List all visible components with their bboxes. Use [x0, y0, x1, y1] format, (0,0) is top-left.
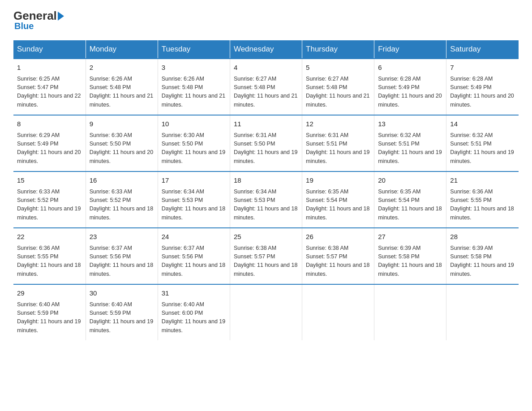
calendar-cell: 10 Sunrise: 6:30 AMSunset: 5:50 PMDaylig…: [158, 115, 230, 171]
day-info: Sunrise: 6:27 AMSunset: 5:48 PMDaylight:…: [234, 75, 298, 110]
calendar-cell: 4 Sunrise: 6:27 AMSunset: 5:48 PMDayligh…: [230, 59, 302, 115]
day-number: 15: [17, 176, 82, 186]
day-info: Sunrise: 6:35 AMSunset: 5:54 PMDaylight:…: [306, 188, 370, 223]
day-info: Sunrise: 6:34 AMSunset: 5:53 PMDaylight:…: [234, 188, 298, 223]
day-number: 3: [162, 63, 226, 73]
day-number: 23: [90, 232, 154, 242]
day-number: 10: [162, 119, 226, 129]
calendar-cell: 23 Sunrise: 6:37 AMSunset: 5:56 PMDaylig…: [86, 228, 158, 284]
day-number: 29: [17, 288, 82, 299]
day-header-wednesday: Wednesday: [230, 40, 302, 59]
day-header-saturday: Saturday: [446, 40, 519, 59]
day-info: Sunrise: 6:34 AMSunset: 5:53 PMDaylight:…: [162, 188, 226, 223]
calendar-cell: [374, 284, 446, 340]
day-number: 22: [17, 232, 82, 242]
day-header-tuesday: Tuesday: [158, 40, 230, 59]
day-number: 8: [17, 119, 82, 129]
day-info: Sunrise: 6:31 AMSunset: 5:50 PMDaylight:…: [234, 131, 298, 166]
logo: General Blue: [13, 9, 65, 31]
day-number: 17: [162, 176, 226, 186]
day-info: Sunrise: 6:40 AMSunset: 5:59 PMDaylight:…: [90, 300, 154, 335]
calendar-cell: 2 Sunrise: 6:26 AMSunset: 5:48 PMDayligh…: [86, 59, 158, 115]
calendar-cell: 16 Sunrise: 6:33 AMSunset: 5:52 PMDaylig…: [86, 171, 158, 228]
day-number: 13: [378, 119, 442, 129]
calendar-cell: [446, 284, 519, 340]
calendar-cell: 20 Sunrise: 6:35 AMSunset: 5:54 PMDaylig…: [374, 171, 446, 228]
day-number: 5: [306, 63, 370, 73]
day-number: 18: [234, 176, 298, 186]
day-number: 14: [450, 119, 515, 129]
day-header-sunday: Sunday: [13, 40, 86, 59]
day-info: Sunrise: 6:39 AMSunset: 5:58 PMDaylight:…: [378, 244, 442, 279]
day-info: Sunrise: 6:37 AMSunset: 5:56 PMDaylight:…: [162, 244, 226, 279]
day-info: Sunrise: 6:33 AMSunset: 5:52 PMDaylight:…: [17, 188, 82, 223]
day-number: 12: [306, 119, 370, 129]
day-info: Sunrise: 6:26 AMSunset: 5:48 PMDaylight:…: [90, 75, 154, 110]
calendar-cell: [230, 284, 302, 340]
day-info: Sunrise: 6:25 AMSunset: 5:47 PMDaylight:…: [17, 75, 82, 110]
calendar-cell: 18 Sunrise: 6:34 AMSunset: 5:53 PMDaylig…: [230, 171, 302, 228]
day-number: 19: [306, 176, 370, 186]
day-number: 25: [234, 232, 298, 242]
day-number: 30: [90, 288, 154, 299]
day-header-monday: Monday: [86, 40, 158, 59]
calendar-cell: 3 Sunrise: 6:26 AMSunset: 5:48 PMDayligh…: [158, 59, 230, 115]
day-header-friday: Friday: [374, 40, 446, 59]
calendar-cell: 1 Sunrise: 6:25 AMSunset: 5:47 PMDayligh…: [13, 59, 86, 115]
calendar-cell: 11 Sunrise: 6:31 AMSunset: 5:50 PMDaylig…: [230, 115, 302, 171]
calendar-cell: 30 Sunrise: 6:40 AMSunset: 5:59 PMDaylig…: [86, 284, 158, 340]
week-row-4: 22 Sunrise: 6:36 AMSunset: 5:55 PMDaylig…: [13, 228, 519, 284]
day-info: Sunrise: 6:30 AMSunset: 5:50 PMDaylight:…: [90, 131, 154, 166]
day-info: Sunrise: 6:29 AMSunset: 5:49 PMDaylight:…: [17, 131, 82, 166]
day-number: 21: [450, 176, 515, 186]
day-number: 20: [378, 176, 442, 186]
day-info: Sunrise: 6:37 AMSunset: 5:56 PMDaylight:…: [90, 244, 154, 279]
day-number: 7: [450, 63, 515, 73]
logo-arrow-icon: [58, 12, 64, 21]
day-number: 4: [234, 63, 298, 73]
calendar-cell: 31 Sunrise: 6:40 AMSunset: 6:00 PMDaylig…: [158, 284, 230, 340]
week-row-3: 15 Sunrise: 6:33 AMSunset: 5:52 PMDaylig…: [13, 171, 519, 228]
day-number: 11: [234, 119, 298, 129]
day-info: Sunrise: 6:28 AMSunset: 5:49 PMDaylight:…: [450, 75, 515, 110]
calendar-cell: 7 Sunrise: 6:28 AMSunset: 5:49 PMDayligh…: [446, 59, 519, 115]
days-header-row: SundayMondayTuesdayWednesdayThursdayFrid…: [13, 40, 519, 59]
calendar-cell: 25 Sunrise: 6:38 AMSunset: 5:57 PMDaylig…: [230, 228, 302, 284]
day-info: Sunrise: 6:27 AMSunset: 5:48 PMDaylight:…: [306, 75, 370, 110]
calendar-cell: 26 Sunrise: 6:38 AMSunset: 5:57 PMDaylig…: [302, 228, 374, 284]
day-info: Sunrise: 6:33 AMSunset: 5:52 PMDaylight:…: [90, 188, 154, 223]
logo-blue-text: Blue: [13, 21, 34, 31]
calendar-cell: 22 Sunrise: 6:36 AMSunset: 5:55 PMDaylig…: [13, 228, 86, 284]
day-info: Sunrise: 6:31 AMSunset: 5:51 PMDaylight:…: [306, 131, 370, 166]
calendar-cell: 5 Sunrise: 6:27 AMSunset: 5:48 PMDayligh…: [302, 59, 374, 115]
day-number: 24: [162, 232, 226, 242]
day-info: Sunrise: 6:39 AMSunset: 5:58 PMDaylight:…: [450, 244, 515, 279]
day-info: Sunrise: 6:36 AMSunset: 5:55 PMDaylight:…: [450, 188, 515, 223]
calendar-cell: [302, 284, 374, 340]
day-number: 26: [306, 232, 370, 242]
day-number: 6: [378, 63, 442, 73]
day-info: Sunrise: 6:30 AMSunset: 5:50 PMDaylight:…: [162, 131, 226, 166]
calendar-cell: 14 Sunrise: 6:32 AMSunset: 5:51 PMDaylig…: [446, 115, 519, 171]
day-header-thursday: Thursday: [302, 40, 374, 59]
calendar-cell: 12 Sunrise: 6:31 AMSunset: 5:51 PMDaylig…: [302, 115, 374, 171]
day-number: 2: [90, 63, 154, 73]
day-number: 27: [378, 232, 442, 242]
calendar-cell: 19 Sunrise: 6:35 AMSunset: 5:54 PMDaylig…: [302, 171, 374, 228]
calendar-cell: 6 Sunrise: 6:28 AMSunset: 5:49 PMDayligh…: [374, 59, 446, 115]
calendar-cell: 15 Sunrise: 6:33 AMSunset: 5:52 PMDaylig…: [13, 171, 86, 228]
week-row-1: 1 Sunrise: 6:25 AMSunset: 5:47 PMDayligh…: [13, 59, 519, 115]
day-info: Sunrise: 6:26 AMSunset: 5:48 PMDaylight:…: [162, 75, 226, 110]
day-info: Sunrise: 6:35 AMSunset: 5:54 PMDaylight:…: [378, 188, 442, 223]
day-info: Sunrise: 6:32 AMSunset: 5:51 PMDaylight:…: [378, 131, 442, 166]
day-info: Sunrise: 6:40 AMSunset: 5:59 PMDaylight:…: [17, 300, 82, 335]
day-number: 16: [90, 176, 154, 186]
day-number: 31: [162, 288, 226, 299]
day-number: 9: [90, 119, 154, 129]
calendar-cell: 29 Sunrise: 6:40 AMSunset: 5:59 PMDaylig…: [13, 284, 86, 340]
calendar-cell: 21 Sunrise: 6:36 AMSunset: 5:55 PMDaylig…: [446, 171, 519, 228]
day-info: Sunrise: 6:36 AMSunset: 5:55 PMDaylight:…: [17, 244, 82, 279]
calendar-cell: 17 Sunrise: 6:34 AMSunset: 5:53 PMDaylig…: [158, 171, 230, 228]
calendar-cell: 28 Sunrise: 6:39 AMSunset: 5:58 PMDaylig…: [446, 228, 519, 284]
page-header: General Blue: [13, 9, 519, 31]
